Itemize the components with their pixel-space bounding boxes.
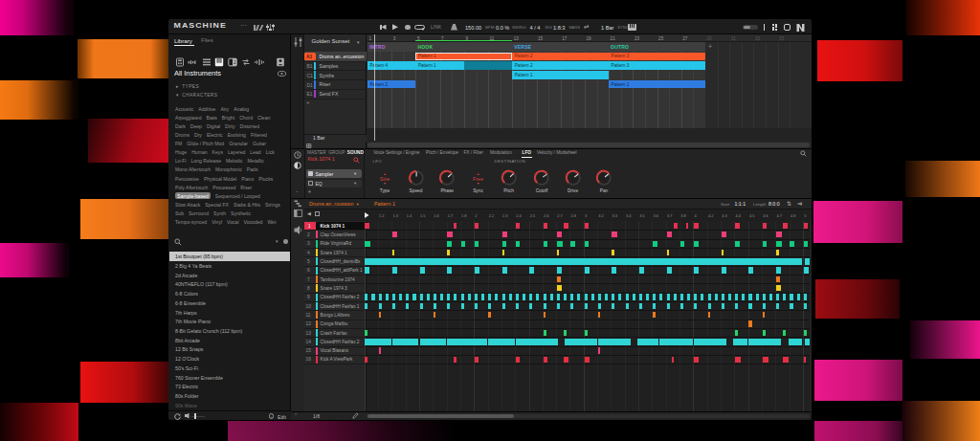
svg-text:2: 2 (234, 59, 236, 65)
